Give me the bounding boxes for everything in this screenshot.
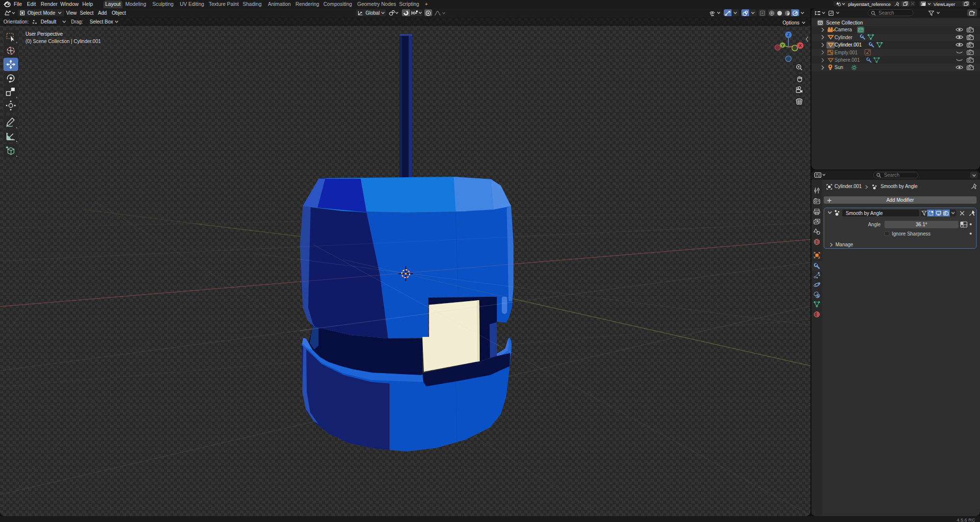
svg-text:Z: Z xyxy=(787,32,789,37)
svg-text:Y: Y xyxy=(781,43,784,47)
svg-text:X: X xyxy=(799,43,802,48)
